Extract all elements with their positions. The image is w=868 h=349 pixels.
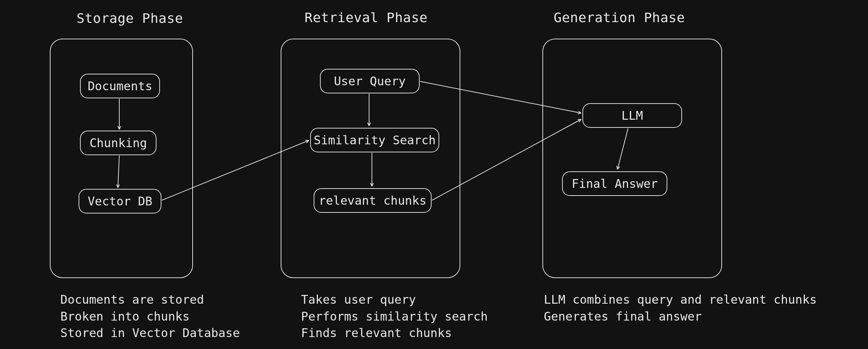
storage-phase-description: Documents are stored Broken into chunks … bbox=[60, 291, 240, 342]
generation-phase-title: Generation Phase bbox=[554, 10, 685, 25]
node-vectordb: Vector DB bbox=[79, 189, 161, 213]
node-final-answer: Final Answer bbox=[562, 171, 667, 196]
retrieval-phase-title: Retrieval Phase bbox=[305, 10, 428, 25]
diagram-canvas: Storage Phase Retrieval Phase Generation… bbox=[0, 0, 868, 349]
retrieval-phase-description: Takes user query Performs similarity sea… bbox=[301, 291, 488, 342]
generation-phase-panel bbox=[542, 39, 722, 278]
node-user-query: User Query bbox=[320, 69, 420, 93]
node-llm: LLM bbox=[582, 103, 682, 128]
storage-phase-title: Storage Phase bbox=[76, 11, 183, 26]
node-chunking: Chunking bbox=[80, 131, 156, 155]
node-relevant-chunks: relevant chunks bbox=[314, 188, 432, 213]
node-documents: Documents bbox=[80, 74, 160, 98]
generation-phase-description: LLM combines query and relevant chunks G… bbox=[544, 291, 817, 325]
node-similarity-search: Similarity Search bbox=[310, 128, 439, 152]
